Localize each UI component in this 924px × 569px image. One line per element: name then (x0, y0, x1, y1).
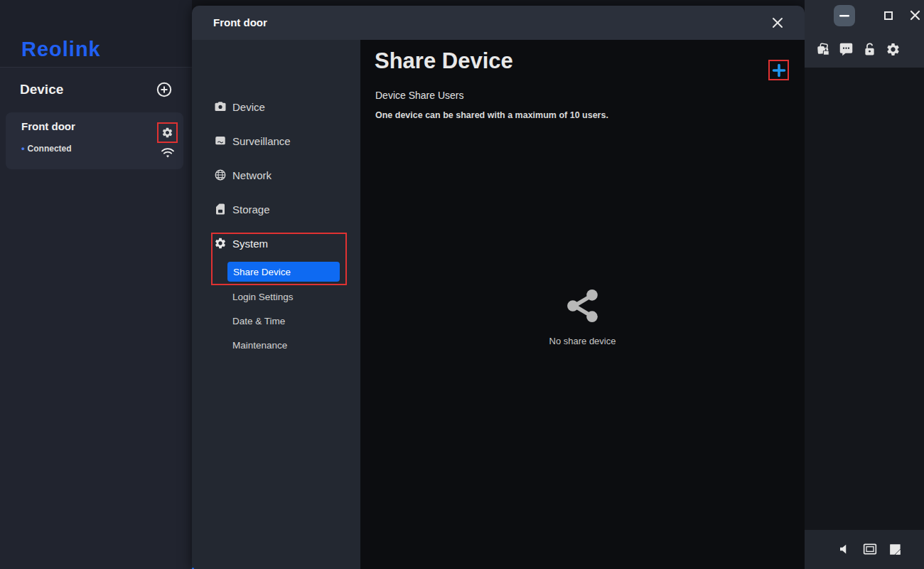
nav-label: Network (232, 169, 272, 181)
gear-icon (886, 42, 901, 57)
stream-switch-button[interactable] (886, 541, 903, 558)
status-label: Connected (28, 144, 72, 154)
sd-card-icon (214, 203, 227, 216)
unlock-button[interactable] (861, 41, 877, 57)
gear-icon (214, 237, 227, 250)
monitor-icon (214, 134, 227, 147)
nav-label: Device (232, 101, 265, 113)
status-dot: • (21, 143, 25, 154)
add-share-user-button-highlighted[interactable] (768, 60, 789, 80)
unlock-icon (862, 42, 877, 57)
modal-title: Front door (213, 16, 267, 28)
device-settings-button-highlighted[interactable] (157, 122, 178, 143)
device-status: •Connected (21, 143, 72, 154)
device-settings-modal: Front door Device (192, 6, 805, 569)
logo-area: Reolink (0, 0, 192, 68)
mute-button[interactable] (836, 541, 853, 558)
device-card-front-door[interactable]: Front door •Connected (6, 112, 183, 169)
reolink-client-window: Reolink Device Front door •Connected (0, 0, 924, 569)
modal-body: Device Surveillance (192, 40, 805, 569)
nav-item-network[interactable]: Network (192, 158, 360, 192)
modal-titlebar: Front door (192, 6, 805, 40)
device-list-sidebar: Reolink Device Front door •Connected (0, 0, 192, 569)
files-lock-icon (815, 42, 830, 57)
settings-nav: Device Surveillance (192, 40, 360, 569)
device-section-title: Device (20, 82, 63, 97)
nav-label: System (232, 238, 268, 250)
page-title: Share Device (375, 48, 513, 74)
display-icon (863, 543, 877, 555)
device-share-users-label: Device Share Users (375, 90, 464, 101)
empty-share-state: No share device (360, 287, 805, 346)
chat-bubble-icon (839, 42, 854, 57)
maximize-button[interactable] (884, 11, 893, 20)
device-section-header: Device (0, 77, 192, 105)
quick-actions-row (805, 39, 924, 60)
display-mode-button[interactable] (861, 541, 879, 558)
modal-close-button[interactable] (769, 14, 786, 31)
plus-circle-icon (156, 82, 172, 97)
reolink-logo: Reolink (21, 38, 101, 61)
submenu-item-date-time[interactable]: Date & Time (232, 316, 285, 326)
share-limit-note: One device can be shared with a maximum … (375, 110, 608, 120)
nav-item-surveillance[interactable]: Surveillance (192, 124, 360, 158)
submenu-item-share-device-selected[interactable]: Share Device (227, 262, 340, 282)
stream-switch-icon (888, 543, 902, 556)
submenu-item-maintenance[interactable]: Maintenance (232, 340, 287, 351)
close-icon (772, 17, 783, 28)
gear-icon (161, 127, 173, 139)
device-name: Front door (21, 120, 75, 132)
nav-item-system[interactable]: System (192, 226, 360, 260)
globe-icon (214, 169, 227, 181)
submenu-item-login-settings[interactable]: Login Settings (232, 292, 294, 302)
window-controls (805, 5, 924, 26)
nav-item-storage[interactable]: Storage (192, 192, 360, 226)
share-icon (564, 287, 601, 324)
close-icon (910, 10, 920, 21)
playback-controls-bar (805, 530, 924, 569)
camera-icon (214, 100, 227, 113)
plus-icon (772, 63, 786, 78)
minimize-icon (839, 14, 849, 17)
settings-button[interactable] (885, 41, 901, 57)
right-panel (805, 0, 924, 569)
share-device-panel: Share Device Device Share Users One devi… (360, 40, 805, 569)
add-device-button[interactable] (156, 82, 172, 97)
wifi-signal-icon (159, 145, 176, 159)
right-topbar (805, 0, 924, 68)
minimize-button[interactable] (834, 5, 855, 26)
feedback-button[interactable] (838, 41, 854, 57)
nav-label: Storage (232, 203, 270, 216)
nav-label: Surveillance (232, 135, 291, 147)
empty-share-text: No share device (360, 336, 805, 346)
snapshots-lock-button[interactable] (815, 41, 830, 57)
speaker-icon (838, 543, 851, 555)
window-close-button[interactable] (908, 8, 922, 22)
nav-item-device[interactable]: Device (192, 90, 360, 124)
